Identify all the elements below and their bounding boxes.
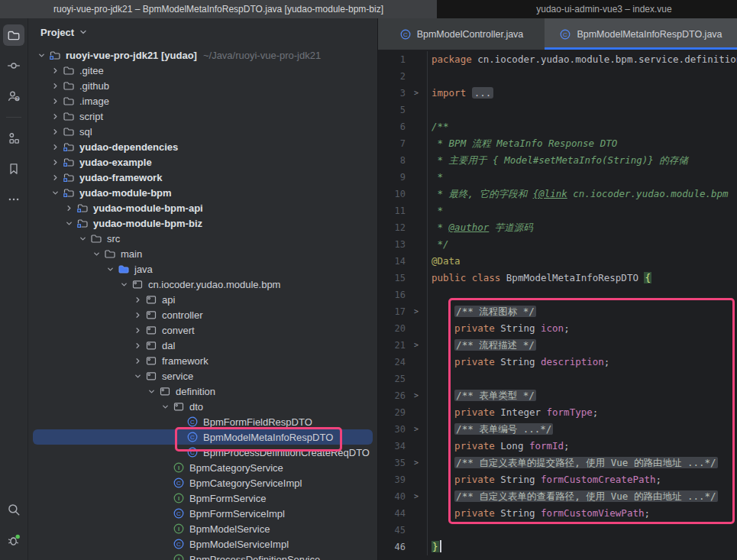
code-line-text[interactable]: /** — [427, 118, 737, 135]
code-line-text[interactable]: } — [427, 539, 737, 555]
code-line-text[interactable]: /** 自定义表单的提交路径, 使用 Vue 的路由地址 ...*/ — [427, 455, 737, 471]
code-line-text[interactable]: @Data — [427, 253, 737, 270]
tree-item-bpmprocessdefinitionservice[interactable]: IBpmProcessDefinitionService — [33, 552, 373, 560]
editor-tab-bpmmodelmetainforespdto-java[interactable]: CBpmModelMetaInfoRespDTO.java — [545, 18, 737, 50]
tree-item-main[interactable]: main — [33, 246, 373, 261]
code-line-text[interactable]: /** 流程描述 */ — [427, 337, 737, 354]
code-line-text[interactable]: private Long formId; — [427, 438, 737, 455]
chevron-down-icon[interactable] — [131, 372, 144, 380]
tree-item-dal[interactable]: dal — [33, 338, 373, 353]
code-line-text[interactable]: private String icon; — [427, 320, 737, 337]
tree-item-bpmmodelserviceimpl[interactable]: CBpmModelServiceImpl — [33, 536, 373, 552]
tree-item-definition[interactable]: definition — [33, 384, 373, 399]
chevron-right-icon[interactable] — [48, 143, 62, 151]
chevron-down-icon[interactable] — [89, 250, 103, 258]
fold-toggle-icon[interactable]: > — [406, 488, 427, 505]
editor-tab-bpmmodelcontroller-java[interactable]: CBpmModelController.java — [378, 18, 545, 50]
tree-item-yudao-module-bpm[interactable]: yudao-module-bpm — [33, 185, 373, 200]
tree-item-controller[interactable]: controller — [33, 307, 373, 322]
chevron-right-icon[interactable] — [48, 66, 62, 75]
chevron-right-icon[interactable] — [48, 128, 62, 136]
tree-item-convert[interactable]: convert — [33, 322, 373, 338]
code-line-text[interactable]: * — [427, 169, 737, 186]
code-line-text[interactable] — [427, 522, 737, 539]
chevron-down-icon[interactable] — [103, 265, 117, 274]
code-line-text[interactable]: * BPM 流程 MetaInfo Response DTO — [427, 135, 737, 152]
tree-item-bpmcategoryserviceimpl[interactable]: CBpmCategoryServiceImpl — [33, 475, 373, 490]
code-line-text[interactable]: /** 表单类型 */ — [427, 387, 737, 404]
tree-item-yudao-module-bpm-biz[interactable]: yudao-module-bpm-biz — [33, 215, 373, 231]
search-icon[interactable] — [3, 499, 24, 520]
project-icon[interactable] — [3, 24, 24, 46]
code-line-text[interactable]: private String formCustomViewPath; — [427, 505, 737, 522]
chevron-down-icon[interactable] — [76, 235, 89, 243]
chevron-down-icon[interactable] — [117, 280, 131, 289]
code-line-text[interactable]: /** 表单编号 ...*/ — [427, 421, 737, 438]
chevron-right-icon[interactable] — [48, 97, 62, 105]
tree-item-service[interactable]: service — [33, 368, 373, 384]
fold-toggle-icon[interactable]: > — [406, 455, 427, 471]
code-line-text[interactable]: private String formCustomCreatePath; — [427, 471, 737, 488]
chevron-down-icon[interactable] — [48, 189, 62, 197]
code-line-text[interactable]: * — [427, 202, 737, 219]
tree-item-framework[interactable]: framework — [33, 353, 373, 368]
fold-toggle-icon[interactable]: > — [406, 337, 427, 354]
code-line-text[interactable] — [427, 286, 737, 303]
code-line-text[interactable]: import ... — [427, 85, 737, 102]
pull-requests-icon[interactable]: ? — [3, 86, 24, 107]
project-panel-header[interactable]: Project — [28, 18, 377, 46]
structure-icon[interactable] — [3, 128, 24, 149]
debug-icon[interactable] — [3, 529, 24, 551]
chevron-right-icon[interactable] — [48, 112, 62, 121]
chevron-right-icon[interactable] — [131, 357, 144, 365]
more-tool-windows-icon[interactable] — [3, 189, 24, 210]
chevron-right-icon[interactable] — [131, 311, 144, 319]
chevron-right-icon[interactable] — [131, 296, 144, 304]
tree-item-api[interactable]: api — [33, 292, 373, 307]
chevron-right-icon[interactable] — [48, 173, 62, 182]
tree-item--image[interactable]: .image — [33, 93, 373, 108]
fold-toggle-icon[interactable]: > — [406, 85, 427, 102]
chevron-right-icon[interactable] — [48, 82, 62, 90]
chevron-down-icon[interactable] — [158, 403, 172, 411]
tree-item-script[interactable]: script — [33, 108, 373, 124]
code-line-text[interactable]: */ — [427, 236, 737, 253]
code-line-text[interactable] — [427, 68, 737, 85]
tree-item--gitee[interactable]: .gitee — [33, 63, 373, 78]
commit-icon[interactable] — [3, 55, 24, 76]
chevron-right-icon[interactable] — [131, 326, 144, 335]
bookmarks-icon[interactable] — [3, 158, 24, 180]
code-line-text[interactable]: * 主要用于 { Model#setMetaInfo(String)} 的存储 — [427, 152, 737, 169]
code-line-text[interactable]: /** 流程图标 */ — [427, 303, 737, 320]
tree-item-src[interactable]: src — [33, 231, 373, 246]
code-line-text[interactable] — [427, 102, 737, 118]
code-line-text[interactable]: * @author 芋道源码 — [427, 219, 737, 236]
tree-item-yudao-module-bpm-api[interactable]: yudao-module-bpm-api — [33, 200, 373, 215]
chevron-right-icon[interactable] — [62, 204, 76, 212]
chevron-down-icon[interactable] — [144, 387, 158, 396]
code-line-text[interactable] — [427, 371, 737, 387]
code-line-text[interactable]: package cn.iocoder.yudao.module.bpm.serv… — [427, 51, 737, 68]
chevron-right-icon[interactable] — [48, 158, 62, 167]
code-line-text[interactable]: private String description; — [427, 354, 737, 371]
tree-item-bpmformserviceimpl[interactable]: CBpmFormServiceImpl — [33, 506, 373, 521]
tree-item-ruoyi-vue-pro-jdk21-yudao-[interactable]: ruoyi-vue-pro-jdk21 [yudao]~/Java/ruoyi-… — [33, 47, 373, 63]
tree-item-yudao-framework[interactable]: yudao-framework — [33, 170, 373, 185]
chevron-down-icon[interactable] — [62, 219, 76, 228]
tree-item-dto[interactable]: dto — [33, 399, 373, 414]
tree-item-yudao-dependencies[interactable]: yudao-dependencies — [33, 139, 373, 154]
code-editor[interactable]: 1package cn.iocoder.yudao.module.bpm.ser… — [378, 50, 737, 560]
code-line-text[interactable]: * 最终, 它的字段和 {@link cn.iocoder.yudao.modu… — [427, 186, 737, 202]
chevron-down-icon[interactable] — [34, 51, 48, 60]
tree-item-bpmmodelservice[interactable]: IBpmModelService — [33, 521, 373, 536]
tree-item-bpmformservice[interactable]: IBpmFormService — [33, 490, 373, 506]
code-line-text[interactable]: public class BpmModelMetaInfoRespDTO { — [427, 270, 737, 286]
tree-item-cn-iocoder-yudao-module-bpm[interactable]: cn.iocoder.yudao.module.bpm — [33, 277, 373, 292]
tree-item-bpmprocessdefinitioncreatereqdto[interactable]: CBpmProcessDefinitionCreateReqDTO — [33, 445, 373, 460]
tree-item-java[interactable]: java — [33, 261, 373, 277]
tree-item-bpmmodelmetainforespdto[interactable]: CBpmModelMetaInfoRespDTO — [33, 429, 373, 445]
fold-toggle-icon[interactable]: > — [406, 421, 427, 438]
code-line-text[interactable]: private Integer formType; — [427, 404, 737, 421]
tree-item-sql[interactable]: sql — [33, 124, 373, 139]
tree-item-bpmcategoryservice[interactable]: IBpmCategoryService — [33, 460, 373, 475]
